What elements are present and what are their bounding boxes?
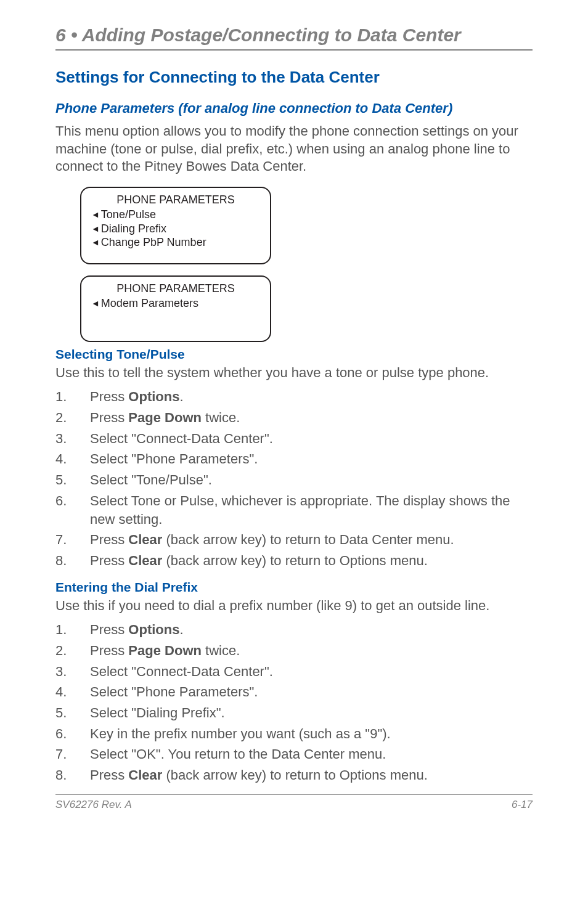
tone-pulse-heading: Selecting Tone/Pulse bbox=[55, 347, 533, 362]
dial-prefix-heading: Entering the Dial Prefix bbox=[55, 580, 533, 595]
header-rule bbox=[55, 49, 533, 51]
list-item: Press Clear (back arrow key) to return t… bbox=[55, 531, 533, 549]
list-item: Press Options. bbox=[55, 621, 533, 639]
lcd-panel-1: PHONE PARAMETERS Tone/Pulse Dialing Pref… bbox=[80, 187, 271, 264]
panel1-line-1: Dialing Prefix bbox=[88, 222, 264, 236]
list-item: Select "Connect-Data Center". bbox=[55, 430, 533, 448]
panel2-line-0: Modem Parameters bbox=[88, 296, 264, 311]
tone-pulse-steps: Press Options. Press Page Down twice. Se… bbox=[55, 388, 533, 569]
dial-prefix-steps: Press Options. Press Page Down twice. Se… bbox=[55, 621, 533, 785]
chapter-header: 6 • Adding Postage/Connecting to Data Ce… bbox=[55, 25, 533, 46]
list-item: Select "Phone Parameters". bbox=[55, 683, 533, 701]
lcd-panel-2: PHONE PARAMETERS Modem Parameters bbox=[80, 275, 271, 342]
list-item: Select "Phone Parameters". bbox=[55, 450, 533, 468]
intro-paragraph: This menu option allows you to modify th… bbox=[55, 123, 533, 176]
list-item: Press Options. bbox=[55, 388, 533, 406]
list-item: Key in the prefix number you want (such … bbox=[55, 725, 533, 743]
list-item: Select "Dialing Prefix". bbox=[55, 704, 533, 722]
dial-prefix-lead: Use this if you need to dial a prefix nu… bbox=[55, 597, 533, 615]
tone-pulse-lead: Use this to tell the system whether you … bbox=[55, 364, 533, 382]
panel1-line-0: Tone/Pulse bbox=[88, 208, 264, 222]
panel1-title: PHONE PARAMETERS bbox=[88, 193, 264, 207]
list-item: Select "Connect-Data Center". bbox=[55, 662, 533, 681]
footer-rule bbox=[55, 794, 533, 795]
subsection-title: Phone Parameters (for analog line connec… bbox=[55, 100, 533, 116]
footer-right: 6-17 bbox=[512, 799, 533, 811]
page-footer: SV62276 Rev. A 6-17 bbox=[55, 799, 533, 811]
footer-left: SV62276 Rev. A bbox=[55, 799, 132, 811]
page-container: 6 • Adding Postage/Connecting to Data Ce… bbox=[0, 0, 588, 830]
list-item: Press Page Down twice. bbox=[55, 642, 533, 660]
list-item: Press Clear (back arrow key) to return t… bbox=[55, 552, 533, 570]
list-item: Select Tone or Pulse, whichever is appro… bbox=[55, 492, 533, 528]
list-item: Press Page Down twice. bbox=[55, 409, 533, 427]
panel2-title: PHONE PARAMETERS bbox=[88, 282, 264, 296]
list-item: Press Clear (back arrow key) to return t… bbox=[55, 766, 533, 785]
panel1-line-2: Change PbP Number bbox=[88, 235, 264, 250]
list-item: Select "OK". You return to the Data Cent… bbox=[55, 745, 533, 764]
section-title: Settings for Connecting to the Data Cent… bbox=[55, 68, 533, 87]
list-item: Select "Tone/Pulse". bbox=[55, 471, 533, 489]
